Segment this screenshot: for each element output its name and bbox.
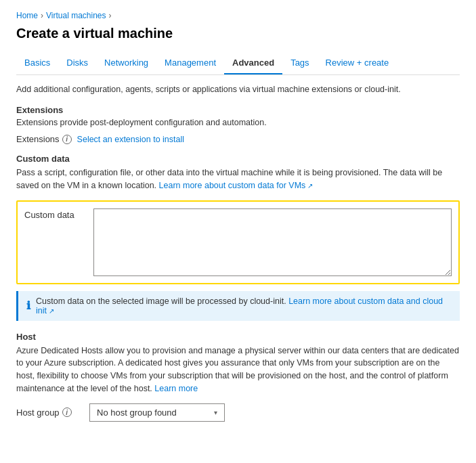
host-field-row: Host group i No host group found ▾ (16, 403, 460, 422)
host-group-dropdown[interactable]: No host group found ▾ (89, 403, 225, 422)
custom-data-title: Custom data (16, 154, 460, 164)
info-banner-icon: ℹ (26, 299, 30, 312)
breadcrumb-vms[interactable]: Virtual machines (46, 11, 106, 20)
extensions-info-icon[interactable]: i (62, 135, 72, 144)
tab-networking[interactable]: Networking (96, 52, 156, 74)
breadcrumb-home[interactable]: Home (16, 11, 38, 20)
custom-data-box: Custom data (16, 200, 460, 284)
tabs-nav: Basics Disks Networking Management Advan… (16, 52, 460, 75)
host-learn-more-link[interactable]: Learn more (154, 384, 198, 393)
host-group-info-icon[interactable]: i (62, 407, 72, 417)
extensions-field-row: Extensions i Select an extension to inst… (16, 134, 460, 144)
host-desc: Azure Dedicated Hosts allow you to provi… (16, 345, 460, 395)
breadcrumb-sep2: › (109, 11, 112, 20)
chevron-down-icon: ▾ (214, 409, 217, 416)
custom-data-textarea[interactable] (93, 208, 452, 276)
extensions-desc: Extensions provide post-deployment confi… (16, 118, 460, 127)
info-banner: ℹ Custom data on the selected image will… (16, 291, 460, 321)
page-title: Create a virtual machine (16, 26, 460, 41)
host-group-value: No host group found (97, 407, 177, 418)
host-section: Host Azure Dedicated Hosts allow you to … (16, 332, 460, 422)
custom-data-desc: Pass a script, configuration file, or ot… (16, 167, 460, 192)
extensions-label: Extensions i (16, 134, 72, 144)
tab-review-create[interactable]: Review + create (318, 52, 397, 74)
host-title: Host (16, 332, 460, 342)
info-banner-text: Custom data on the selected image will b… (36, 296, 452, 315)
tab-basics[interactable]: Basics (16, 52, 58, 74)
tab-tags[interactable]: Tags (282, 52, 317, 74)
breadcrumb: Home › Virtual machines › (16, 11, 460, 20)
tab-disks[interactable]: Disks (58, 52, 96, 74)
custom-data-field-label: Custom data (24, 208, 85, 220)
select-extension-link[interactable]: Select an extension to install (77, 135, 184, 144)
extensions-section: Extensions Extensions provide post-deplo… (16, 105, 460, 144)
tab-management[interactable]: Management (156, 52, 224, 74)
custom-data-section: Custom data Pass a script, configuration… (16, 154, 460, 284)
extensions-title: Extensions (16, 105, 460, 115)
tab-description: Add additional configuration, agents, sc… (16, 85, 460, 94)
host-group-label: Host group i (16, 407, 84, 418)
breadcrumb-sep1: › (41, 11, 43, 20)
tab-advanced[interactable]: Advanced (224, 52, 282, 74)
custom-data-learn-more-link[interactable]: Learn more about custom data for VMs (159, 181, 313, 190)
